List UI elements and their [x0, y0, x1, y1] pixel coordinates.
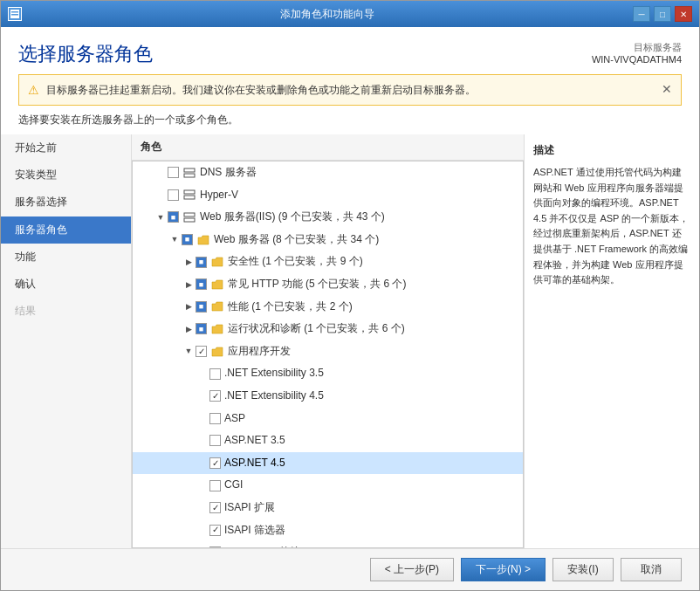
- warning-text: 目标服务器已挂起重新启动。我们建议你在安装或删除角色或功能之前重新启动目标服务器…: [46, 82, 655, 98]
- checkbox-net35ext[interactable]: [209, 368, 221, 380]
- sidebar-item-install-type[interactable]: 安装类型: [1, 161, 131, 189]
- tree-container[interactable]: DNS 服务器 Hyper-V: [132, 161, 524, 548]
- content-area: 选择服务器角色 目标服务器 WIN-VIVQADATHM4 ⚠ 目标服务器已挂起…: [1, 27, 699, 548]
- expand-icon-webserver: ▼: [168, 233, 182, 247]
- tree-item-asp-label: ASP: [224, 409, 519, 429]
- panel-header: 角色: [132, 134, 524, 161]
- tree-item-isapi-filter[interactable]: ISAPI 筛选器: [133, 519, 523, 542]
- tree-item-hyperv[interactable]: Hyper-V: [133, 184, 523, 207]
- expand-icon-security: ▶: [182, 255, 196, 269]
- sidebar-item-confirm[interactable]: 确认: [1, 271, 131, 298]
- content-panel: 角色 DNS 服务器: [132, 134, 699, 548]
- sidebar-item-server-roles[interactable]: 服务器角色: [1, 216, 131, 244]
- checkbox-iis[interactable]: [168, 211, 179, 223]
- tree-item-health[interactable]: ▶ 运行状况和诊断 (1 个已安装，共 6 个): [133, 318, 523, 340]
- svg-rect-3: [184, 168, 195, 172]
- roles-panel: 角色 DNS 服务器: [132, 134, 525, 548]
- checkbox-perf[interactable]: [196, 301, 207, 313]
- tree-item-appdev[interactable]: ▼ 应用程序开发: [133, 340, 523, 363]
- cancel-button[interactable]: 取消: [621, 558, 682, 581]
- sidebar-item-features[interactable]: 功能: [1, 244, 131, 271]
- svg-rect-6: [184, 196, 195, 199]
- warning-icon: ⚠: [28, 83, 39, 97]
- tree-item-asp[interactable]: ASP: [133, 408, 523, 430]
- expand-icon-iis: ▼: [154, 210, 168, 224]
- tree-item-isapi-ext-label: ISAPI 扩展: [224, 498, 519, 518]
- target-server-info: 目标服务器 WIN-VIVQADATHM4: [592, 41, 682, 65]
- tree-item-websocket[interactable]: WebSocket 协议: [133, 541, 523, 548]
- expand-icon-aspnet35: [196, 434, 209, 448]
- tree-item-iis-label: Web 服务器(IIS) (9 个已安装，共 43 个): [200, 208, 519, 227]
- checkbox-aspnet35[interactable]: [209, 435, 221, 446]
- tree-item-perf[interactable]: ▶ 性能 (1 个已安装，共 2 个): [133, 296, 523, 319]
- tree-item-dns-label: DNS 服务器: [200, 163, 519, 182]
- tree-item-webserver-label: Web 服务器 (8 个已安装，共 34 个): [214, 230, 519, 250]
- sidebar-item-results: 结果: [1, 298, 131, 325]
- main-layout: 开始之前 安装类型 服务器选择 服务器角色 功能 确认 结果 角色: [1, 134, 699, 548]
- folder-icon-health: [210, 322, 224, 336]
- tree-item-health-label: 运行状况和诊断 (1 个已安装，共 6 个): [228, 320, 519, 339]
- checkbox-net45ext[interactable]: [209, 390, 221, 402]
- svg-rect-4: [184, 174, 195, 177]
- prev-button[interactable]: < 上一步(P): [370, 558, 454, 581]
- description-title: 描述: [533, 143, 690, 158]
- checkbox-webserver[interactable]: [182, 234, 193, 245]
- window-controls: ─ □ ✕: [633, 6, 692, 22]
- tree-item-aspnet35[interactable]: ASP.NET 3.5: [133, 430, 523, 452]
- folder-icon-http: [210, 278, 224, 292]
- tree-item-cgi[interactable]: CGI: [133, 474, 523, 497]
- tree-item-net35ext[interactable]: .NET Extensibility 3.5: [133, 362, 523, 385]
- tree-item-dns[interactable]: DNS 服务器: [133, 161, 523, 184]
- expand-icon-perf: ▶: [182, 299, 196, 313]
- checkbox-cgi[interactable]: [209, 480, 221, 491]
- maximize-button[interactable]: □: [654, 6, 671, 22]
- header-section: 选择服务器角色 目标服务器 WIN-VIVQADATHM4: [1, 27, 699, 74]
- tree-item-perf-label: 性能 (1 个已安装，共 2 个): [228, 298, 519, 317]
- checkbox-security[interactable]: [196, 257, 207, 268]
- sidebar-item-start[interactable]: 开始之前: [1, 134, 131, 161]
- tree-item-net45ext-label: .NET Extensibility 4.5: [224, 387, 519, 406]
- expand-icon-isapi-filter: [196, 523, 209, 537]
- checkbox-hyperv[interactable]: [168, 189, 179, 201]
- warning-close-button[interactable]: ✕: [662, 82, 672, 96]
- expand-icon-isapi-ext: [196, 501, 209, 515]
- sidebar-item-server-select[interactable]: 服务器选择: [1, 189, 131, 216]
- tree-item-net45ext[interactable]: .NET Extensibility 4.5: [133, 385, 523, 408]
- folder-icon-security: [210, 255, 224, 269]
- checkbox-http[interactable]: [196, 278, 207, 290]
- checkbox-isapi-ext[interactable]: [209, 502, 221, 513]
- checkbox-isapi-filter[interactable]: [209, 525, 221, 536]
- description-text: ASP.NET 通过使用托管代码为构建网站和 Web 应用程序向服务器端提供面向…: [533, 165, 690, 288]
- expand-icon-aspnet45: [196, 457, 209, 471]
- install-button[interactable]: 安装(I): [552, 558, 614, 581]
- window-icon: [8, 7, 22, 21]
- expand-icon-http: ▶: [182, 278, 196, 292]
- svg-rect-1: [11, 11, 18, 13]
- checkbox-appdev[interactable]: [196, 346, 207, 357]
- next-button[interactable]: 下一步(N) >: [461, 558, 546, 581]
- checkbox-health[interactable]: [196, 323, 207, 334]
- tree-item-aspnet45-label: ASP.NET 4.5: [224, 454, 519, 473]
- folder-icon-webserver: [196, 233, 210, 247]
- expand-icon-health: ▶: [182, 322, 196, 336]
- tree-item-aspnet45[interactable]: ASP.NET 4.5 ➜: [133, 452, 523, 475]
- minimize-button[interactable]: ─: [633, 6, 650, 22]
- tree-item-security[interactable]: ▶ 安全性 (1 个已安装，共 9 个): [133, 251, 523, 273]
- page-title: 选择服务器角色: [18, 41, 153, 67]
- expand-icon-dns: [154, 166, 168, 180]
- tree-item-http[interactable]: ▶ 常见 HTTP 功能 (5 个已安装，共 6 个): [133, 273, 523, 296]
- tree-item-webserver[interactable]: ▼ Web 服务器 (8 个已安装，共 34 个): [133, 229, 523, 251]
- server-icon-iis: [182, 210, 196, 224]
- sidebar: 开始之前 安装类型 服务器选择 服务器角色 功能 确认 结果: [1, 134, 132, 548]
- tree-item-isapi-filter-label: ISAPI 筛选器: [224, 521, 519, 540]
- close-button[interactable]: ✕: [675, 6, 692, 22]
- checkbox-asp[interactable]: [209, 413, 221, 424]
- expand-icon-net45ext: [196, 389, 209, 403]
- footer: < 上一步(P) 下一步(N) > 安装(I) 取消: [1, 548, 699, 590]
- window-title: 添加角色和功能向导: [22, 7, 633, 22]
- checkbox-aspnet45[interactable]: [209, 457, 221, 469]
- folder-icon-perf: [210, 299, 224, 313]
- checkbox-dns[interactable]: [168, 167, 179, 178]
- tree-item-isapi-ext[interactable]: ISAPI 扩展: [133, 497, 523, 519]
- tree-item-iis[interactable]: ▼ Web 服务器(IIS) (9 个已安装，共 43 个): [133, 206, 523, 229]
